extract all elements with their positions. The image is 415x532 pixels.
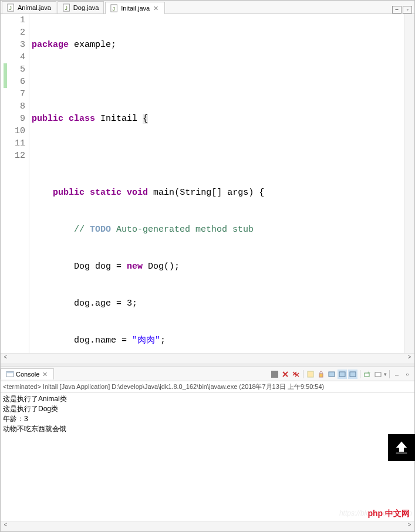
terminate-button[interactable] [270,370,279,379]
scroll-track[interactable] [11,354,404,364]
svg-rect-22 [375,372,381,377]
scroll-left-icon[interactable]: < [1,354,11,364]
java-file-icon: J [63,4,71,12]
svg-rect-15 [308,371,313,377]
console-scrollbar[interactable]: < > [1,521,414,531]
horizontal-scrollbar[interactable]: < > [1,353,414,364]
window-controls: – ▫ [390,6,414,13]
minimize-button[interactable]: – [392,6,401,13]
show-console-menu-button[interactable] [373,370,383,379]
remove-launch-button[interactable] [281,370,290,379]
scroll-right-icon[interactable]: > [404,354,414,364]
console-tab-bar: Console ✕ + ▾ – ▫ [1,367,414,381]
close-icon[interactable]: ✕ [41,371,49,378]
console-output[interactable]: 这是执行了Animal类 这是执行了Dog类 年龄：3 动物不吃东西就会饿 ht… [1,393,414,521]
scroll-top-button[interactable] [388,434,415,461]
tab-label: Dog.java [73,4,99,11]
scroll-left-icon[interactable]: < [1,521,11,531]
svg-text:J: J [9,5,12,11]
line-number-gutter: 123 456 789 101112 [10,14,29,353]
console-title-label: Console [16,371,39,378]
method-marker-icon [1,63,10,76]
pin-console-button[interactable] [327,370,336,379]
java-file-icon: J [110,4,119,12]
svg-rect-8 [271,371,278,378]
arrow-up-icon [393,439,410,456]
editor-area: 123 456 789 101112 package example; publ… [1,14,414,364]
code-editor[interactable]: 123 456 789 101112 package example; publ… [1,14,404,353]
vertical-scrollbar[interactable] [404,14,414,353]
open-console-button[interactable] [348,370,357,379]
output-line: 动物不吃东西就会饿 [3,424,412,434]
scroll-right-icon[interactable]: > [404,521,414,531]
console-view: Console ✕ + ▾ – ▫ <terminated> Initail [… [1,367,414,531]
minimize-view-button[interactable]: – [392,370,401,379]
process-info: <terminated> Initail [Java Application] … [1,381,414,393]
display-selected-button[interactable] [338,370,347,379]
console-toolbar: + ▾ – ▫ [270,370,414,379]
svg-text:J: J [65,5,67,11]
close-icon[interactable]: ✕ [152,5,160,12]
svg-rect-17 [329,372,335,377]
output-line: 这是执行了Dog类 [3,404,412,414]
clear-console-button[interactable] [306,370,315,379]
output-line: 年龄：3 [3,414,412,424]
console-icon [6,370,14,378]
output-line: 这是执行了Animal类 [3,394,412,404]
tab-label: Animal.java [18,4,51,11]
java-file-icon: J [7,4,15,12]
svg-rect-19 [350,372,356,377]
scroll-lock-button[interactable] [316,370,326,379]
tab-label: Initail.java [121,5,150,12]
svg-rect-18 [339,372,345,377]
code-content[interactable]: package example; public class Initail { … [29,14,404,353]
svg-rect-7 [6,372,14,374]
tab-animal-java[interactable]: J Animal.java [2,1,56,13]
console-tab[interactable]: Console ✕ [1,368,54,379]
site-logo: php 中文网 [367,509,410,519]
hint-marker-icon [1,76,10,88]
svg-text:J: J [113,6,115,12]
editor-tab-bar: J Animal.java J Dog.java J Initail.java … [1,1,414,14]
maximize-button[interactable]: ▫ [403,6,412,13]
new-console-button[interactable]: + [363,370,372,379]
marker-bar [1,14,10,353]
svg-text:+: + [367,371,370,375]
svg-rect-16 [319,374,323,377]
tab-initail-java[interactable]: J Initail.java ✕ [105,2,165,14]
maximize-view-button[interactable]: ▫ [403,370,412,379]
tab-dog-java[interactable]: J Dog.java [58,1,104,13]
remove-all-button[interactable] [291,370,301,379]
